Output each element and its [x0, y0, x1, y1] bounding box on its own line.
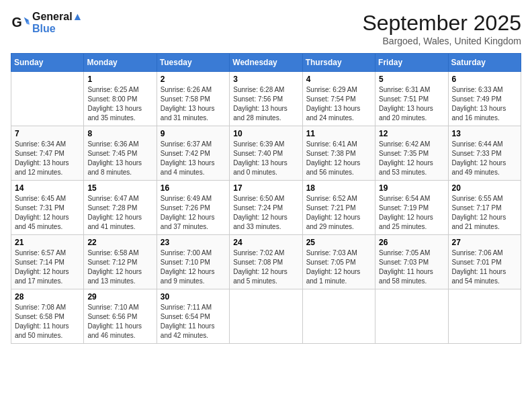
calendar-cell: 2Sunrise: 6:26 AM Sunset: 7:58 PM Daylig… — [157, 72, 229, 126]
cell-info: Sunrise: 6:58 AM Sunset: 7:12 PM Dayligh… — [87, 248, 152, 286]
calendar-cell: 23Sunrise: 7:00 AM Sunset: 7:10 PM Dayli… — [157, 235, 229, 289]
month-title: September 2025 — [362, 11, 521, 36]
cell-date: 14 — [15, 183, 80, 193]
cell-info: Sunrise: 6:42 AM Sunset: 7:35 PM Dayligh… — [379, 140, 444, 177]
day-header-tuesday: Tuesday — [157, 54, 229, 72]
cell-date: 23 — [161, 238, 226, 247]
calendar-cell: 25Sunrise: 7:03 AM Sunset: 7:05 PM Dayli… — [302, 235, 375, 289]
cell-date: 28 — [15, 292, 80, 302]
calendar-table: SundayMondayTuesdayWednesdayThursdayFrid… — [11, 53, 521, 344]
calendar-cell: 11Sunrise: 6:41 AM Sunset: 7:38 PM Dayli… — [302, 126, 375, 181]
cell-date: 24 — [233, 238, 298, 247]
calendar-cell: 20Sunrise: 6:55 AM Sunset: 7:17 PM Dayli… — [448, 181, 521, 235]
cell-info: Sunrise: 6:57 AM Sunset: 7:14 PM Dayligh… — [15, 248, 80, 286]
cell-date: 6 — [452, 75, 517, 84]
cell-date: 18 — [306, 183, 371, 193]
cell-date: 19 — [379, 183, 444, 193]
day-header-friday: Friday — [375, 54, 448, 72]
cell-date: 29 — [87, 292, 152, 302]
calendar-cell — [230, 289, 302, 344]
calendar-cell: 18Sunrise: 6:52 AM Sunset: 7:21 PM Dayli… — [302, 181, 375, 235]
location: Bargoed, Wales, United Kingdom — [362, 36, 521, 46]
cell-info: Sunrise: 6:54 AM Sunset: 7:19 PM Dayligh… — [379, 194, 444, 232]
calendar-cell: 8Sunrise: 6:36 AM Sunset: 7:45 PM Daylig… — [84, 126, 157, 181]
cell-info: Sunrise: 6:33 AM Sunset: 7:49 PM Dayligh… — [452, 85, 517, 123]
week-row-5: 28Sunrise: 7:08 AM Sunset: 6:58 PM Dayli… — [11, 289, 521, 344]
cell-date: 5 — [379, 75, 444, 84]
calendar-cell: 17Sunrise: 6:50 AM Sunset: 7:24 PM Dayli… — [230, 181, 302, 235]
calendar-cell: 6Sunrise: 6:33 AM Sunset: 7:49 PM Daylig… — [448, 72, 521, 126]
calendar-cell: 4Sunrise: 6:29 AM Sunset: 7:54 PM Daylig… — [302, 72, 375, 126]
cell-date: 21 — [15, 238, 80, 247]
calendar-cell: 24Sunrise: 7:02 AM Sunset: 7:08 PM Dayli… — [230, 235, 302, 289]
calendar-cell — [375, 289, 448, 344]
day-header-sunday: Sunday — [11, 54, 84, 72]
cell-info: Sunrise: 6:28 AM Sunset: 7:56 PM Dayligh… — [233, 85, 298, 123]
calendar-cell: 19Sunrise: 6:54 AM Sunset: 7:19 PM Dayli… — [375, 181, 448, 235]
cell-date: 1 — [87, 75, 152, 84]
calendar-cell — [448, 289, 521, 344]
cell-date: 22 — [87, 238, 152, 247]
cell-date: 3 — [233, 75, 298, 84]
calendar-cell: 12Sunrise: 6:42 AM Sunset: 7:35 PM Dayli… — [375, 126, 448, 181]
week-row-3: 14Sunrise: 6:45 AM Sunset: 7:31 PM Dayli… — [11, 181, 521, 235]
calendar-cell: 5Sunrise: 6:31 AM Sunset: 7:51 PM Daylig… — [375, 72, 448, 126]
cell-info: Sunrise: 6:41 AM Sunset: 7:38 PM Dayligh… — [306, 140, 371, 177]
calendar-header-row: SundayMondayTuesdayWednesdayThursdayFrid… — [11, 54, 521, 72]
cell-info: Sunrise: 7:08 AM Sunset: 6:58 PM Dayligh… — [15, 303, 80, 340]
calendar-cell: 16Sunrise: 6:49 AM Sunset: 7:26 PM Dayli… — [157, 181, 229, 235]
cell-info: Sunrise: 6:36 AM Sunset: 7:45 PM Dayligh… — [87, 140, 152, 177]
cell-date: 16 — [161, 183, 226, 193]
cell-info: Sunrise: 6:34 AM Sunset: 7:47 PM Dayligh… — [15, 140, 80, 177]
cell-date: 26 — [379, 238, 444, 247]
cell-info: Sunrise: 7:00 AM Sunset: 7:10 PM Dayligh… — [161, 248, 226, 286]
calendar-cell: 13Sunrise: 6:44 AM Sunset: 7:33 PM Dayli… — [448, 126, 521, 181]
cell-date: 27 — [452, 238, 517, 247]
day-header-monday: Monday — [84, 54, 157, 72]
cell-info: Sunrise: 6:52 AM Sunset: 7:21 PM Dayligh… — [306, 194, 371, 232]
calendar-cell: 14Sunrise: 6:45 AM Sunset: 7:31 PM Dayli… — [11, 181, 84, 235]
cell-info: Sunrise: 6:31 AM Sunset: 7:51 PM Dayligh… — [379, 85, 444, 123]
cell-date: 7 — [15, 129, 80, 138]
cell-date: 11 — [306, 129, 371, 138]
cell-info: Sunrise: 6:49 AM Sunset: 7:26 PM Dayligh… — [161, 194, 226, 232]
week-row-1: 1Sunrise: 6:25 AM Sunset: 8:00 PM Daylig… — [11, 72, 521, 126]
cell-info: Sunrise: 6:29 AM Sunset: 7:54 PM Dayligh… — [306, 85, 371, 123]
calendar-cell: 22Sunrise: 6:58 AM Sunset: 7:12 PM Dayli… — [84, 235, 157, 289]
calendar-cell: 10Sunrise: 6:39 AM Sunset: 7:40 PM Dayli… — [230, 126, 302, 181]
cell-date: 15 — [87, 183, 152, 193]
cell-info: Sunrise: 6:44 AM Sunset: 7:33 PM Dayligh… — [452, 140, 517, 177]
page-header: G General▲ Blue September 2025 Bargoed, … — [11, 11, 521, 46]
cell-date: 25 — [306, 238, 371, 247]
cell-info: Sunrise: 6:25 AM Sunset: 8:00 PM Dayligh… — [87, 85, 152, 123]
cell-date: 8 — [87, 129, 152, 138]
cell-date: 10 — [233, 129, 298, 138]
cell-info: Sunrise: 6:50 AM Sunset: 7:24 PM Dayligh… — [233, 194, 298, 232]
cell-date: 17 — [233, 183, 298, 193]
cell-date: 20 — [452, 183, 517, 193]
title-block: September 2025 Bargoed, Wales, United Ki… — [362, 11, 521, 46]
cell-date: 9 — [161, 129, 226, 138]
day-header-saturday: Saturday — [448, 54, 521, 72]
cell-info: Sunrise: 6:26 AM Sunset: 7:58 PM Dayligh… — [161, 85, 226, 123]
calendar-cell: 30Sunrise: 7:11 AM Sunset: 6:54 PM Dayli… — [157, 289, 229, 344]
cell-info: Sunrise: 7:02 AM Sunset: 7:08 PM Dayligh… — [233, 248, 298, 286]
calendar-cell: 3Sunrise: 6:28 AM Sunset: 7:56 PM Daylig… — [230, 72, 302, 126]
cell-info: Sunrise: 6:45 AM Sunset: 7:31 PM Dayligh… — [15, 194, 80, 232]
cell-date: 12 — [379, 129, 444, 138]
cell-info: Sunrise: 7:11 AM Sunset: 6:54 PM Dayligh… — [161, 303, 226, 340]
calendar-cell — [11, 72, 84, 126]
cell-info: Sunrise: 7:06 AM Sunset: 7:01 PM Dayligh… — [452, 248, 517, 286]
cell-info: Sunrise: 6:39 AM Sunset: 7:40 PM Dayligh… — [233, 140, 298, 177]
calendar-cell: 29Sunrise: 7:10 AM Sunset: 6:56 PM Dayli… — [84, 289, 157, 344]
cell-info: Sunrise: 6:55 AM Sunset: 7:17 PM Dayligh… — [452, 194, 517, 232]
cell-info: Sunrise: 7:05 AM Sunset: 7:03 PM Dayligh… — [379, 248, 444, 286]
calendar-cell: 9Sunrise: 6:37 AM Sunset: 7:42 PM Daylig… — [157, 126, 229, 181]
calendar-cell: 28Sunrise: 7:08 AM Sunset: 6:58 PM Dayli… — [11, 289, 84, 344]
calendar-cell: 21Sunrise: 6:57 AM Sunset: 7:14 PM Dayli… — [11, 235, 84, 289]
calendar-cell — [302, 289, 375, 344]
week-row-2: 7Sunrise: 6:34 AM Sunset: 7:47 PM Daylig… — [11, 126, 521, 181]
calendar-cell: 7Sunrise: 6:34 AM Sunset: 7:47 PM Daylig… — [11, 126, 84, 181]
cell-info: Sunrise: 6:37 AM Sunset: 7:42 PM Dayligh… — [161, 140, 226, 177]
cell-info: Sunrise: 6:47 AM Sunset: 7:28 PM Dayligh… — [87, 194, 152, 232]
